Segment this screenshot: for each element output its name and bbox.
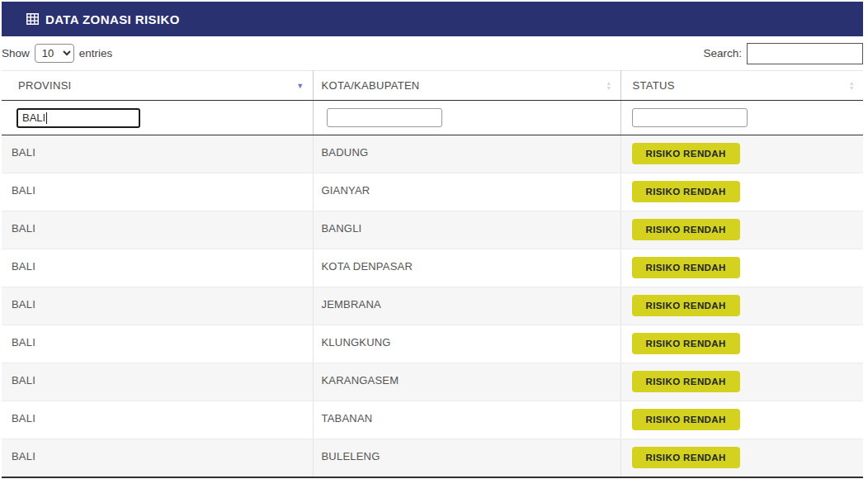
table-row: BALI BULELENG RISIKO RENDAH <box>2 439 863 477</box>
sort-down-icon: ▼ <box>606 86 611 91</box>
table-row: BALI JEMBRANA RISIKO RENDAH <box>2 287 863 325</box>
status-cell: RISIKO RENDAH <box>620 211 863 249</box>
status-cell: RISIKO RENDAH <box>620 249 863 287</box>
status-badge: RISIKO RENDAH <box>632 447 740 468</box>
column-header-provinsi-label: PROVINSI <box>18 79 72 92</box>
provinsi-cell: BALI <box>2 249 313 287</box>
table-row: BALI BADUNG RISIKO RENDAH <box>2 135 863 173</box>
status-badge: RISIKO RENDAH <box>632 409 740 430</box>
kota-filter-input[interactable] <box>327 108 442 127</box>
column-header-kota-label: KOTA/KABUPATEN <box>322 79 420 92</box>
status-badge: RISIKO RENDAH <box>632 371 740 392</box>
status-badge: RISIKO RENDAH <box>632 219 740 240</box>
provinsi-cell: BALI <box>2 325 313 363</box>
provinsi-filter-value: BALI <box>22 111 45 124</box>
risk-zonation-table: PROVINSI ▼ KOTA/KABUPATEN ▲ ▼ STATUS ▲ ▼ <box>2 70 863 478</box>
status-badge: RISIKO RENDAH <box>632 143 740 164</box>
kota-cell: JEMBRANA <box>313 287 620 325</box>
panel-header: DATA ZONASI RISIKO <box>2 2 863 36</box>
sort-both-icon[interactable]: ▲ ▼ <box>849 81 855 91</box>
kota-cell: KOTA DENPASAR <box>313 249 620 287</box>
status-filter-input[interactable] <box>632 108 748 127</box>
text-caret <box>46 112 47 124</box>
entries-label: entries <box>79 47 113 59</box>
status-cell: RISIKO RENDAH <box>620 135 863 173</box>
kota-cell: BANGLI <box>313 211 620 249</box>
search-control: Search: <box>703 43 863 64</box>
status-cell: RISIKO RENDAH <box>620 173 863 211</box>
table-controls: Show 10 entries Search: <box>2 36 863 70</box>
kota-cell: BULELENG <box>313 439 620 477</box>
sort-descending-icon[interactable]: ▼ <box>296 82 304 89</box>
column-header-kota-kabupaten[interactable]: KOTA/KABUPATEN ▲ ▼ <box>313 71 620 101</box>
table-row: BALI GIANYAR RISIKO RENDAH <box>2 173 863 211</box>
page-title: DATA ZONASI RISIKO <box>45 12 180 26</box>
kota-cell: KARANGASEM <box>313 363 620 401</box>
sort-down-icon: ▼ <box>849 86 855 91</box>
column-header-status[interactable]: STATUS ▲ ▼ <box>620 71 863 101</box>
page-length-control: Show 10 entries <box>2 44 112 63</box>
provinsi-cell: BALI <box>2 211 313 249</box>
provinsi-cell: BALI <box>2 135 313 173</box>
provinsi-filter-input[interactable]: BALI <box>17 108 140 128</box>
provinsi-cell: BALI <box>2 401 313 439</box>
status-cell: RISIKO RENDAH <box>620 363 863 401</box>
table-row: BALI KARANGASEM RISIKO RENDAH <box>2 363 863 401</box>
table-row: BALI KLUNGKUNG RISIKO RENDAH <box>2 325 863 363</box>
provinsi-cell: BALI <box>2 363 313 401</box>
status-badge: RISIKO RENDAH <box>632 181 740 202</box>
column-filter-row: BALI <box>2 101 863 135</box>
table-icon <box>26 13 39 25</box>
provinsi-cell: BALI <box>2 287 313 325</box>
status-cell: RISIKO RENDAH <box>620 401 863 439</box>
kota-cell: TABANAN <box>313 401 620 439</box>
column-header-row: PROVINSI ▼ KOTA/KABUPATEN ▲ ▼ STATUS ▲ ▼ <box>2 71 863 101</box>
page: DATA ZONASI RISIKO Show 10 entries Searc… <box>0 0 868 478</box>
table-row: BALI KOTA DENPASAR RISIKO RENDAH <box>2 249 863 287</box>
search-input[interactable] <box>747 43 863 64</box>
search-label: Search: <box>703 47 742 59</box>
provinsi-cell: BALI <box>2 439 313 477</box>
status-badge: RISIKO RENDAH <box>632 295 740 316</box>
show-label: Show <box>2 47 30 59</box>
status-badge: RISIKO RENDAH <box>632 333 740 354</box>
kota-cell: BADUNG <box>313 135 620 173</box>
sort-both-icon[interactable]: ▲ ▼ <box>606 81 611 91</box>
status-badge: RISIKO RENDAH <box>632 257 740 278</box>
status-cell: RISIKO RENDAH <box>620 287 863 325</box>
column-header-status-label: STATUS <box>633 79 675 92</box>
status-cell: RISIKO RENDAH <box>620 325 863 363</box>
page-length-select[interactable]: 10 <box>35 44 74 63</box>
kota-cell: GIANYAR <box>313 173 620 211</box>
status-cell: RISIKO RENDAH <box>620 439 863 477</box>
provinsi-cell: BALI <box>2 173 313 211</box>
table-row: BALI TABANAN RISIKO RENDAH <box>2 401 863 439</box>
column-header-provinsi[interactable]: PROVINSI ▼ <box>2 71 313 101</box>
table-row: BALI BANGLI RISIKO RENDAH <box>2 211 863 249</box>
kota-cell: KLUNGKUNG <box>313 325 620 363</box>
